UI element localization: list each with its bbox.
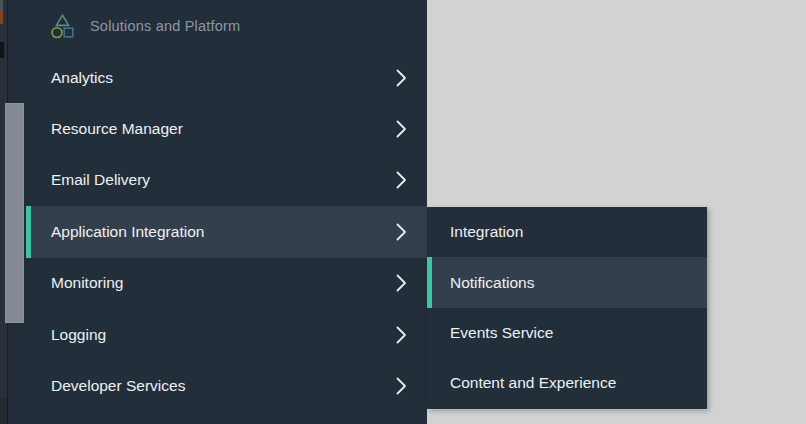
nav-menu-panel: Solutions and Platform Analytics Resourc…: [7, 0, 427, 424]
chevron-right-icon: [396, 377, 407, 395]
scrollbar-thumb[interactable]: [5, 103, 24, 323]
submenu-item-notifications[interactable]: Notifications: [427, 257, 707, 307]
submenu-item-label: Events Service: [450, 324, 553, 342]
chevron-right-icon: [396, 120, 407, 138]
menu-item-label: Application Integration: [51, 223, 204, 241]
edge-fragment: [0, 42, 4, 58]
submenu-item-events-service[interactable]: Events Service: [427, 308, 707, 358]
chevron-right-icon: [396, 274, 407, 292]
submenu-item-label: Content and Experience: [450, 374, 616, 392]
menu-item-label: Developer Services: [51, 377, 185, 395]
submenu-item-integration[interactable]: Integration: [427, 207, 707, 257]
solutions-platform-icon: [51, 13, 74, 40]
menu-section-header: Solutions and Platform: [26, 0, 427, 52]
menu-item-label: Email Delivery: [51, 171, 150, 189]
submenu-item-label: Notifications: [450, 274, 534, 292]
menu-item-label: Logging: [51, 326, 106, 344]
menu-item-resource-manager[interactable]: Resource Manager: [26, 103, 427, 154]
menu-item-label: Analytics: [51, 69, 113, 87]
submenu-item-label: Integration: [450, 223, 523, 241]
chevron-right-icon: [396, 223, 407, 241]
submenu-panel: Integration Notifications Events Service…: [427, 207, 707, 409]
menu-item-email-delivery[interactable]: Email Delivery: [26, 155, 427, 206]
menu-item-developer-services[interactable]: Developer Services: [26, 360, 427, 411]
edge-fragment: [0, 11, 3, 24]
menu-item-label: Resource Manager: [51, 120, 183, 138]
menu-item-analytics[interactable]: Analytics: [26, 52, 427, 103]
edge-fragment: [0, 0, 3, 11]
menu-section-header-label: Solutions and Platform: [90, 18, 240, 34]
edge-fragment: [0, 398, 7, 424]
chevron-right-icon: [396, 326, 407, 344]
page-background: { "nav_menu": { "section_header": { "lab…: [0, 0, 806, 424]
menu-item-logging[interactable]: Logging: [26, 309, 427, 360]
menu-item-application-integration[interactable]: Application Integration: [26, 206, 427, 257]
submenu-item-content-and-experience[interactable]: Content and Experience: [427, 358, 707, 408]
chevron-right-icon: [396, 69, 407, 87]
menu-item-label: Monitoring: [51, 274, 123, 292]
chevron-right-icon: [396, 171, 407, 189]
menu-item-monitoring[interactable]: Monitoring: [26, 258, 427, 309]
nav-menu-list: Solutions and Platform Analytics Resourc…: [26, 0, 427, 424]
